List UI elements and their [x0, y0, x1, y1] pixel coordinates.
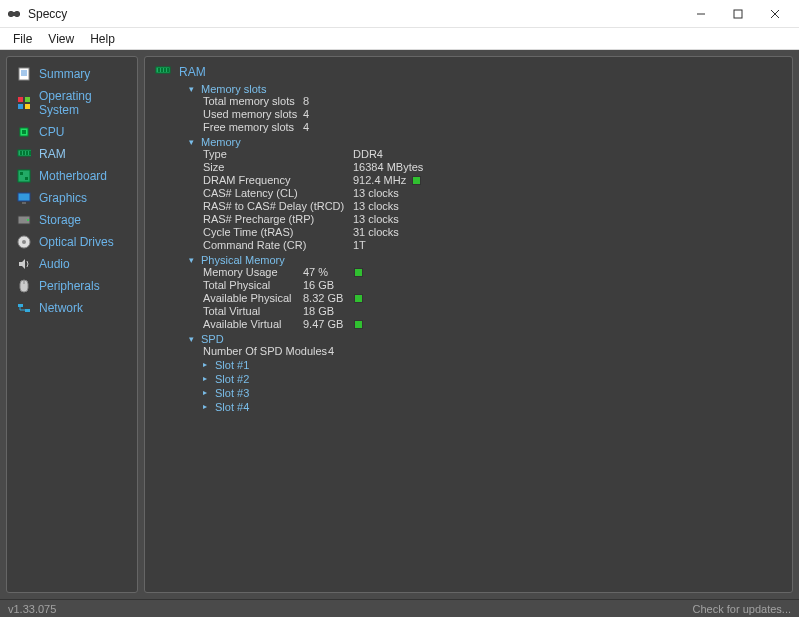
mouse-icon	[17, 279, 31, 293]
svg-rect-39	[158, 68, 160, 72]
menu-file[interactable]: File	[5, 30, 40, 48]
sidebar: Summary Operating System CPU RAM Motherb…	[6, 56, 138, 593]
main-panel: RAM ▾Memory slots Total memory slots8 Us…	[144, 56, 793, 593]
speaker-icon	[17, 257, 31, 271]
storage-icon	[17, 213, 31, 227]
svg-rect-21	[29, 151, 31, 155]
svg-rect-24	[25, 177, 28, 180]
svg-rect-20	[26, 151, 28, 155]
svg-rect-12	[25, 97, 30, 102]
sidebar-item-storage[interactable]: Storage	[7, 209, 137, 231]
ram-icon	[155, 65, 171, 79]
row-ras-cas-delay: RAS# to CAS# Delay (tRCD)13 clocks	[203, 200, 782, 213]
panel-title: RAM	[179, 65, 206, 79]
cpu-icon	[17, 125, 31, 139]
sidebar-label: Storage	[39, 213, 81, 227]
maximize-button[interactable]	[720, 3, 756, 25]
expand-icon: ▸	[203, 358, 211, 372]
svg-rect-7	[19, 68, 29, 80]
ram-icon	[17, 147, 31, 161]
check-updates-link[interactable]: Check for updates...	[693, 603, 791, 615]
menu-view[interactable]: View	[40, 30, 82, 48]
svg-rect-25	[18, 193, 30, 201]
menubar: File View Help	[0, 28, 799, 50]
slot-2-link[interactable]: ▸Slot #2	[203, 372, 782, 386]
sidebar-item-optical[interactable]: Optical Drives	[7, 231, 137, 253]
sidebar-item-ram[interactable]: RAM	[7, 143, 137, 165]
close-button[interactable]	[757, 3, 793, 25]
sidebar-item-summary[interactable]: Summary	[7, 63, 137, 85]
document-icon	[17, 67, 31, 81]
svg-rect-41	[164, 68, 166, 72]
svg-rect-16	[22, 130, 26, 134]
svg-rect-23	[20, 172, 23, 175]
row-spd-modules: Number Of SPD Modules4	[203, 345, 782, 358]
row-avail-virtual: Available Virtual9.47 GB	[203, 318, 782, 331]
sidebar-item-os[interactable]: Operating System	[7, 85, 137, 121]
collapse-icon: ▾	[189, 334, 197, 344]
app-icon	[6, 6, 22, 22]
row-used-slots: Used memory slots4	[203, 108, 782, 121]
titlebar: Speccy	[0, 0, 799, 28]
row-size: Size16384 MBytes	[203, 161, 782, 174]
row-command-rate: Command Rate (CR)1T	[203, 239, 782, 252]
sidebar-item-network[interactable]: Network	[7, 297, 137, 319]
slot-4-link[interactable]: ▸Slot #4	[203, 400, 782, 414]
version-label: v1.33.075	[8, 603, 56, 615]
row-cas-latency: CAS# Latency (CL)13 clocks	[203, 187, 782, 200]
svg-marker-31	[19, 259, 25, 269]
minimize-button[interactable]	[683, 3, 719, 25]
status-indicator-icon	[412, 176, 421, 185]
slot-3-link[interactable]: ▸Slot #3	[203, 386, 782, 400]
svg-rect-18	[20, 151, 22, 155]
client-area: Summary Operating System CPU RAM Motherb…	[0, 50, 799, 599]
svg-rect-11	[18, 97, 23, 102]
svg-point-28	[27, 219, 29, 221]
panel-heading: RAM	[155, 65, 782, 79]
status-indicator-icon	[354, 268, 363, 277]
sidebar-item-graphics[interactable]: Graphics	[7, 187, 137, 209]
row-total-virtual: Total Virtual18 GB	[203, 305, 782, 318]
svg-rect-34	[18, 304, 23, 307]
sidebar-item-peripherals[interactable]: Peripherals	[7, 275, 137, 297]
sidebar-label: Optical Drives	[39, 235, 114, 249]
row-ras-precharge: RAS# Precharge (tRP)13 clocks	[203, 213, 782, 226]
sidebar-label: Operating System	[39, 89, 127, 117]
sidebar-label: Audio	[39, 257, 70, 271]
section-memory-slots[interactable]: ▾Memory slots	[189, 83, 782, 95]
row-total-slots: Total memory slots8	[203, 95, 782, 108]
section-physical-memory[interactable]: ▾Physical Memory	[189, 254, 782, 266]
svg-rect-22	[18, 170, 30, 182]
window-title: Speccy	[28, 7, 683, 21]
sidebar-label: Graphics	[39, 191, 87, 205]
monitor-icon	[17, 191, 31, 205]
collapse-icon: ▾	[189, 137, 197, 147]
section-memory[interactable]: ▾Memory	[189, 136, 782, 148]
windows-icon	[17, 96, 31, 110]
sidebar-item-motherboard[interactable]: Motherboard	[7, 165, 137, 187]
window-buttons	[683, 3, 793, 25]
row-free-slots: Free memory slots4	[203, 121, 782, 134]
svg-rect-26	[22, 202, 26, 204]
sidebar-label: Summary	[39, 67, 90, 81]
svg-rect-40	[161, 68, 163, 72]
expand-icon: ▸	[203, 386, 211, 400]
svg-rect-19	[23, 151, 25, 155]
svg-rect-13	[18, 104, 23, 109]
expand-icon: ▸	[203, 400, 211, 414]
slot-1-link[interactable]: ▸Slot #1	[203, 358, 782, 372]
menu-help[interactable]: Help	[82, 30, 123, 48]
row-type: TypeDDR4	[203, 148, 782, 161]
row-dram-freq: DRAM Frequency912.4 MHz	[203, 174, 782, 187]
motherboard-icon	[17, 169, 31, 183]
sidebar-item-cpu[interactable]: CPU	[7, 121, 137, 143]
sidebar-label: Network	[39, 301, 83, 315]
sidebar-label: RAM	[39, 147, 66, 161]
svg-rect-42	[167, 68, 169, 72]
svg-rect-14	[25, 104, 30, 109]
expand-icon: ▸	[203, 372, 211, 386]
row-mem-usage: Memory Usage47 %	[203, 266, 782, 279]
section-spd[interactable]: ▾SPD	[189, 333, 782, 345]
network-icon	[17, 301, 31, 315]
sidebar-item-audio[interactable]: Audio	[7, 253, 137, 275]
